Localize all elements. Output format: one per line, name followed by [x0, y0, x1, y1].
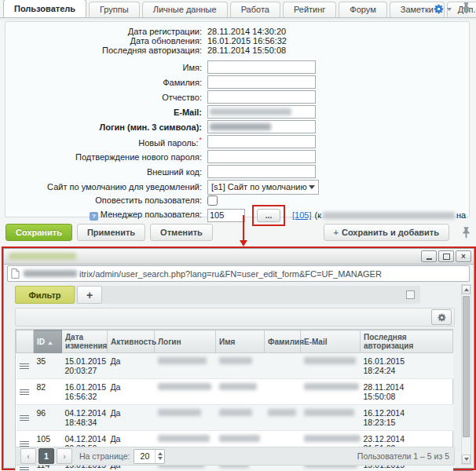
- login-field[interactable]: [207, 120, 316, 133]
- url-text: itrix/admin/user_search.php?lang=ru&FN=u…: [79, 269, 382, 279]
- cell-active: Да: [108, 379, 155, 405]
- row-menu-icon[interactable]: [20, 441, 29, 442]
- modified-time: 20:03:27: [65, 366, 104, 375]
- popup-titlebar[interactable]: ×: [4, 249, 474, 265]
- header-name[interactable]: Имя: [216, 330, 265, 353]
- default-site-select[interactable]: [s1] Сайт по умолчанию: [207, 180, 319, 195]
- cancel-button[interactable]: Отменить: [150, 224, 213, 241]
- last-auth-value: 28.11.2014 15:50:08: [207, 46, 286, 55]
- masked-email-value: [210, 108, 291, 115]
- save-and-add-button[interactable]: +Сохранить и добавить: [324, 224, 450, 241]
- tab-underline: [0, 17, 476, 18]
- grid-toolbar: [15, 308, 455, 327]
- page: Пользователь Группы Личные данные Работа…: [0, 0, 476, 471]
- filter-collapse-icon[interactable]: [406, 290, 415, 299]
- table-header-row: ID Дата изменения Активность Логин Имя Ф…: [16, 330, 453, 353]
- header-modified[interactable]: Дата изменения: [62, 330, 108, 353]
- external-code-label: Внешний код:: [5, 167, 202, 177]
- pin-icon[interactable]: [462, 2, 471, 16]
- confirm-password-field[interactable]: [207, 150, 316, 163]
- cell-id: 82: [34, 379, 62, 405]
- tab-work[interactable]: Работа: [230, 2, 280, 17]
- filter-tab[interactable]: Фильтр: [15, 286, 75, 304]
- tab-groups[interactable]: Группы: [89, 2, 140, 17]
- header-id[interactable]: ID: [34, 330, 62, 353]
- email-row: E-Mail:: [5, 104, 469, 119]
- header-login[interactable]: Логин: [155, 330, 216, 353]
- pin-icon[interactable]: [462, 227, 471, 239]
- new-password-field[interactable]: [207, 135, 316, 148]
- header-active[interactable]: Активность: [108, 330, 155, 353]
- row-menu-icon[interactable]: [20, 363, 29, 364]
- last-auth-row: Последняя авторизация: 28.11.2014 15:50:…: [5, 46, 469, 55]
- sort-asc-icon: [48, 341, 53, 345]
- cell-menu: [16, 353, 34, 379]
- masked-email: [304, 357, 356, 364]
- surname-field[interactable]: [207, 75, 316, 89]
- name-field[interactable]: [207, 60, 316, 74]
- help-icon[interactable]: ?: [90, 212, 98, 221]
- select-caret-icon: [309, 185, 315, 189]
- row-menu-icon[interactable]: [20, 467, 29, 468]
- auth-date: 23.12.2014: [364, 434, 450, 444]
- spinner-arrows-icon[interactable]: [155, 450, 164, 463]
- table-row[interactable]: 96 04.12.201418:48:34 Да 16.12.201418:23…: [16, 405, 453, 431]
- masked-name: [219, 383, 257, 390]
- manager-id-field[interactable]: 105: [207, 209, 245, 222]
- header-last-auth[interactable]: Последняя авторизация: [361, 330, 453, 353]
- table-row[interactable]: 82 16.01.201516:56:32 Да 28.11.201415:50…: [16, 379, 453, 405]
- per-page-select[interactable]: 20: [134, 449, 165, 464]
- table-row[interactable]: 35 15.01.201520:03:27 Да 16.01.201518:24…: [16, 353, 453, 379]
- filter-bar: Фильтр +: [15, 286, 420, 304]
- apply-button[interactable]: Применить: [77, 224, 145, 241]
- minimize-button[interactable]: [421, 250, 437, 262]
- tab-rating[interactable]: Рейтинг: [283, 2, 336, 17]
- cell-email: [301, 353, 361, 379]
- next-page-button[interactable]: ›: [57, 448, 72, 464]
- settings-gear-icon[interactable]: [434, 4, 444, 14]
- grid-settings-button[interactable]: [431, 309, 452, 325]
- maximize-button[interactable]: [438, 250, 454, 262]
- scrollbar-thumb[interactable]: [463, 296, 470, 437]
- cell-id: 35: [34, 353, 62, 379]
- row-menu-icon[interactable]: [20, 389, 29, 390]
- notify-user-checkbox[interactable]: [207, 195, 218, 206]
- required-mark: *: [199, 136, 202, 144]
- cell-surname: [265, 405, 301, 431]
- cell-name: [216, 405, 265, 431]
- cell-last-auth: 16.01.201518:24:24: [361, 353, 453, 379]
- scroll-down-icon[interactable]: [462, 455, 471, 464]
- masked-login: [158, 435, 210, 442]
- row-menu-icon[interactable]: [20, 415, 29, 416]
- close-button[interactable]: ×: [456, 250, 471, 262]
- page-1-button[interactable]: 1: [38, 448, 54, 464]
- manager-browse-button[interactable]: ...: [257, 209, 280, 222]
- url-bar[interactable]: itrix/admin/user_search.php?lang=ru&FN=u…: [7, 265, 470, 282]
- external-code-row: Внешний код:: [5, 164, 469, 179]
- scroll-up-icon[interactable]: [462, 285, 471, 294]
- rows-summary: Пользователи 1 – 5 из 5: [357, 451, 449, 461]
- tab-bar: Пользователь Группы Личные данные Работа…: [0, 0, 476, 17]
- external-code-field[interactable]: [207, 165, 316, 178]
- new-password-label: Новый пароль:*: [5, 136, 202, 148]
- notify-user-row: Оповестить пользователя:: [5, 195, 469, 206]
- tab-personal[interactable]: Личные данные: [142, 2, 228, 17]
- header-email[interactable]: E-Mail: [301, 330, 361, 353]
- manager-id-value: 105: [210, 210, 224, 220]
- auth-time: 18:23:15: [364, 418, 450, 427]
- save-button[interactable]: Сохранить: [5, 224, 72, 241]
- vertical-scrollbar[interactable]: [461, 284, 471, 465]
- modified-date: 16.01.2015: [65, 382, 104, 392]
- patronymic-field[interactable]: [207, 90, 316, 104]
- cell-surname: [265, 379, 301, 405]
- chevron-down-icon[interactable]: [447, 8, 452, 11]
- notify-user-label: Оповестить пользователя:: [5, 195, 202, 205]
- tab-user[interactable]: Пользователь: [3, 0, 86, 17]
- tab-forum[interactable]: Форум: [339, 2, 386, 17]
- auth-date: 16.01.2015: [364, 356, 450, 366]
- prev-page-button[interactable]: ‹: [20, 448, 36, 464]
- email-field[interactable]: [207, 105, 316, 119]
- header-surname[interactable]: Фамилия: [265, 330, 301, 353]
- add-filter-button[interactable]: +: [77, 286, 102, 304]
- manager-profile-link[interactable]: [105]: [292, 210, 311, 220]
